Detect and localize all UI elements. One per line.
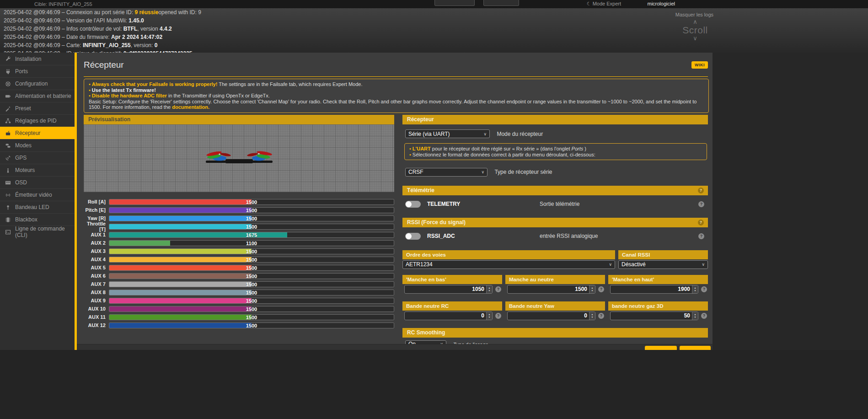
- wand-icon: [5, 105, 11, 112]
- help-icon[interactable]: ?: [698, 188, 704, 193]
- help-icon[interactable]: ?: [698, 201, 704, 207]
- sidebar-item-alimentation-et-batterie[interactable]: Alimentation et batterie: [0, 90, 75, 102]
- channel-value: 1500: [109, 265, 394, 271]
- rc-deadband-input[interactable]: 0▲▼: [404, 312, 493, 320]
- channel-map-select[interactable]: AETR1234∨: [402, 260, 615, 269]
- receiver-panel-header: Récepteur: [402, 115, 708, 124]
- channel-label: AUX 9: [84, 298, 109, 303]
- channel-bar-track: 1500: [109, 314, 394, 320]
- documentation-link[interactable]: documentation.: [172, 104, 209, 110]
- sidebar-item-ports[interactable]: Ports: [0, 65, 75, 77]
- stick-high-input[interactable]: 1900▲▼: [610, 285, 698, 294]
- sidebar-item-modes[interactable]: Modes: [0, 139, 75, 151]
- throttle-3d-deadband-input[interactable]: 50▲▼: [610, 312, 698, 320]
- channel-label: AUX 3: [84, 248, 109, 254]
- rssi-feature-name: RSSI_ADC: [427, 233, 455, 239]
- stepper-arrows[interactable]: ▲▼: [486, 312, 492, 320]
- channel-row-aux-8: AUX 8 1500: [84, 288, 394, 296]
- channel-label: AUX 5: [84, 265, 109, 270]
- rc-deadband-panel: Bande neutre RC 0▲▼ ?: [402, 301, 502, 320]
- sidebar-item-label: Blackbox: [15, 216, 38, 223]
- stepper-arrows[interactable]: ▲▼: [486, 285, 492, 293]
- sidebar-item-installation[interactable]: Installation: [0, 53, 75, 65]
- uart-note: •L'UART pour le récepteur doit être régl…: [404, 143, 707, 160]
- channel-row-aux-4: AUX 4 1500: [84, 255, 394, 263]
- stepper-arrows[interactable]: ▲▼: [589, 312, 595, 320]
- log-area: 2025-04-02 @09:46:09 – Connexion au port…: [0, 8, 868, 53]
- channel-row-roll-a: Roll [A] 1500: [84, 198, 394, 206]
- footer-button-partial[interactable]: [680, 346, 711, 350]
- sidebar-item-preset[interactable]: Preset: [0, 102, 75, 114]
- channel-label: AUX 8: [84, 290, 109, 295]
- channel-bar-track: 1500: [109, 322, 394, 328]
- topbar-button-partial[interactable]: [483, 0, 519, 6]
- sidebar-item-r-glages-de-pid[interactable]: Réglages de PID: [0, 114, 75, 127]
- sidebar-item-r-cepteur[interactable]: Récepteur: [0, 127, 75, 139]
- right-empty-area: [713, 53, 868, 350]
- receiver-help-note: •Always check that your Failsafe is work…: [84, 79, 709, 113]
- sidebar-item-configuration[interactable]: Configuration: [0, 77, 75, 90]
- quadcopter-model: [200, 148, 278, 167]
- help-icon[interactable]: ?: [495, 313, 501, 319]
- channel-bar-track: 1500: [109, 248, 394, 254]
- footer-button-partial[interactable]: [645, 346, 677, 350]
- help-icon[interactable]: ?: [598, 286, 604, 292]
- receiver-mode-label: Mode du récepteur: [497, 131, 543, 137]
- stepper-arrows[interactable]: ▲▼: [589, 285, 595, 293]
- channel-label: AUX 11: [84, 314, 109, 320]
- help-icon[interactable]: ?: [701, 286, 707, 292]
- rssi-channel-panel: Canal RSSI Désactivé∨: [618, 250, 708, 269]
- channel-row-yaw-r: Yaw [R] 1500: [84, 214, 394, 222]
- terminal-icon: [5, 229, 11, 235]
- modes-icon: [5, 142, 11, 149]
- help-icon[interactable]: ?: [698, 233, 704, 239]
- channel-value: 1100: [109, 241, 394, 246]
- help-icon[interactable]: ?: [598, 313, 604, 319]
- model-preview-canvas[interactable]: [84, 124, 394, 192]
- receiver-tab-content: Récepteur WIKI •Always check that your F…: [77, 53, 713, 350]
- expert-mode-toggle[interactable]: ☾ Mode Expert: [587, 1, 621, 7]
- channel-row-aux-3: AUX 3 1500: [84, 247, 394, 255]
- chevron-down-icon: ∨: [483, 132, 487, 136]
- sidebar-item-metteur-vid-o[interactable]: Émetteur vidéo: [0, 188, 75, 201]
- topbar-button-partial[interactable]: [434, 0, 475, 6]
- channel-row-aux-10: AUX 10 1500: [84, 305, 394, 313]
- stepper-arrows[interactable]: ▲▼: [692, 312, 698, 320]
- channel-row-pitch-e: Pitch [E] 1500: [84, 206, 394, 214]
- channel-bars: Roll [A] 1500 Pitch [E] 1500 Yaw [R] 150…: [84, 198, 394, 329]
- sidebar-item-ligne-de-commande-cli[interactable]: Ligne de commande (CLI): [0, 226, 75, 238]
- channel-label: Pitch [E]: [84, 207, 109, 213]
- log-scroll-widget: ∧ Scroll ∨: [681, 19, 709, 41]
- scroll-down-icon[interactable]: ∨: [681, 36, 709, 41]
- sidebar-item-bandeau-led[interactable]: Bandeau LED: [0, 201, 75, 213]
- channel-value: 1500: [109, 290, 394, 295]
- serial-provider-select[interactable]: CRSF∨: [405, 168, 488, 177]
- help-icon[interactable]: ?: [698, 220, 704, 226]
- sidebar-item-label: Récepteur: [15, 130, 40, 136]
- stepper-arrows[interactable]: ▲▼: [692, 285, 698, 293]
- firmware-updater-label[interactable]: micrologiciel: [647, 1, 675, 6]
- help-icon[interactable]: ?: [495, 286, 501, 292]
- hide-logs-link[interactable]: Masquer les logs: [675, 12, 713, 17]
- receiver-mode-select[interactable]: Série (via UART)∨: [405, 129, 490, 138]
- stick-low-input[interactable]: 1050▲▼: [404, 285, 493, 294]
- telemetry-panel: Télémétrie? TELEMETRY Sortie télémétrie …: [402, 186, 708, 215]
- yaw-deadband-input[interactable]: 0▲▼: [507, 312, 595, 320]
- rssi-channel-select[interactable]: Désactivé∨: [618, 260, 708, 269]
- rssi-adc-toggle[interactable]: [405, 233, 421, 240]
- blackbox-icon: [5, 216, 11, 223]
- scroll-up-icon[interactable]: ∧: [681, 19, 709, 25]
- help-icon[interactable]: ?: [701, 313, 707, 319]
- satellite-icon: [5, 155, 11, 161]
- channel-bar-track: 1500: [109, 215, 394, 221]
- sidebar-item-osd[interactable]: OSD: [0, 176, 75, 188]
- channel-map-header: Ordre des voies: [402, 250, 615, 259]
- channel-label: Roll [A]: [84, 199, 109, 204]
- stick-center-input[interactable]: 1500▲▼: [507, 285, 595, 294]
- telemetry-toggle[interactable]: [405, 201, 421, 208]
- wiki-button[interactable]: WIKI: [691, 61, 708, 69]
- sidebar-item-gps[interactable]: GPS: [0, 151, 75, 164]
- sidebar-item-moteurs[interactable]: Moteurs: [0, 164, 75, 176]
- channel-row-aux-5: AUX 5 1500: [84, 263, 394, 272]
- sidebar-item-blackbox[interactable]: Blackbox: [0, 213, 75, 226]
